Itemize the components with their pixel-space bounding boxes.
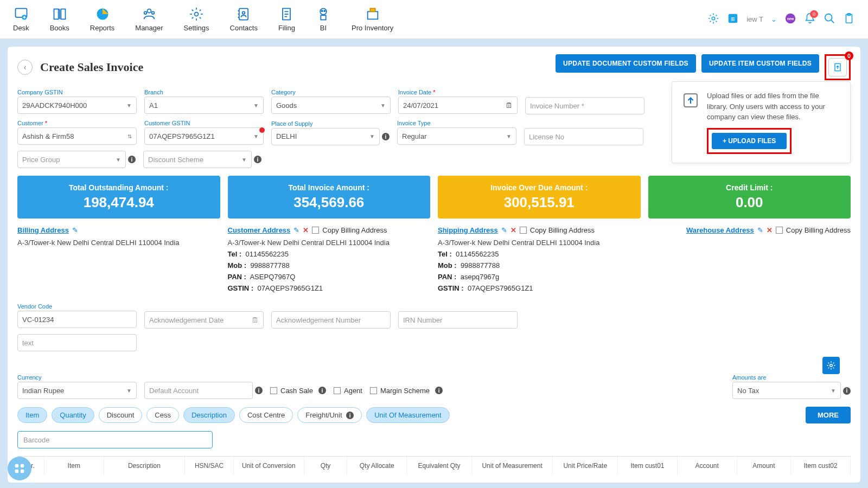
delete-icon[interactable]: ✕ (767, 226, 773, 234)
category-field[interactable]: CategoryGoods▼ (271, 89, 391, 114)
discount-scheme-field[interactable]: Discount Scheme▼ (143, 151, 252, 168)
more-button[interactable]: MORE (806, 407, 851, 423)
copy-billing-checkbox[interactable] (776, 227, 783, 234)
copy-billing-checkbox[interactable] (312, 227, 319, 234)
shipping-address-link[interactable]: Shipping Address (438, 226, 498, 234)
nav-books[interactable]: Books (50, 7, 69, 32)
update-doc-cf-button[interactable]: UPDATE DOCUMENT CUSTOM FIELDS (556, 54, 696, 73)
col-header: Description (104, 457, 186, 475)
place-of-supply-field[interactable]: Place of SupplyDELHI▼ (271, 120, 380, 145)
svg-point-3 (147, 9, 151, 13)
text-field[interactable]: text (17, 334, 137, 351)
svg-rect-28 (21, 464, 24, 467)
customer-gstin-field[interactable]: Customer GSTIN07AQEPS7965G1Z1▼ (144, 120, 264, 145)
nav-settings[interactable]: Settings (184, 7, 209, 32)
edit-icon[interactable]: ✎ (501, 226, 507, 234)
amounts-are-field[interactable]: Amounts areNo Tax▼ (732, 374, 841, 399)
chevron-down-icon: ▼ (126, 102, 132, 108)
nav-items: Desk Books Reports Manager Settings Cont… (13, 7, 393, 32)
customer-address-link[interactable]: Customer Address (228, 226, 291, 234)
chevron-down-icon: ▼ (116, 157, 121, 163)
info-icon[interactable]: i (254, 156, 261, 163)
svg-rect-15 (370, 9, 375, 12)
branch-field[interactable]: BranchA1▼ (144, 89, 264, 114)
margin-scheme-checkbox[interactable]: Margin Schemei (370, 382, 443, 399)
info-icon[interactable]: i (435, 387, 443, 394)
invoice-number-field[interactable]: Invoice Number * (525, 97, 644, 114)
price-group-field[interactable]: Price Group▼ (17, 151, 126, 168)
info-icon[interactable]: i (318, 387, 326, 394)
invoice-date-field[interactable]: Invoice Date24/07/2021🗓 (398, 89, 518, 114)
nav-bi[interactable]: BI (316, 7, 331, 32)
nav-label: Settings (184, 24, 209, 32)
ack-number-field[interactable]: Acknowledgement Number (271, 311, 391, 329)
pill-cost-centre[interactable]: Cost Centre (239, 407, 293, 423)
edit-icon[interactable]: ✎ (72, 226, 78, 234)
nav-label: Books (50, 24, 69, 32)
nav-right: ⊞ iew T ⌄ new 0 (707, 12, 855, 26)
nav-contacts[interactable]: Contacts (230, 7, 258, 32)
clipboard-icon[interactable] (843, 12, 855, 26)
col-header: HSN/SAC (185, 457, 234, 475)
delete-icon[interactable]: ✕ (510, 226, 516, 234)
info-icon[interactable]: i (346, 412, 354, 419)
cash-sale-checkbox[interactable]: Cash Salei (270, 382, 326, 399)
info-icon[interactable]: i (382, 133, 390, 140)
pill-quantity[interactable]: Quantity (52, 407, 94, 423)
nav-inventory[interactable]: Pro Inventory (352, 7, 393, 32)
pill-cess[interactable]: Cess (146, 407, 179, 423)
info-icon[interactable]: i (255, 387, 263, 394)
attachment-button[interactable]: 0 (825, 54, 851, 80)
chevron-down-icon: ▼ (253, 133, 259, 139)
pill-item[interactable]: Item (17, 407, 47, 423)
svg-rect-29 (15, 470, 18, 473)
apps-launcher-button[interactable] (8, 457, 31, 480)
pill-description[interactable]: Description (183, 407, 235, 423)
delete-icon[interactable]: ✕ (303, 226, 309, 234)
ack-date-field[interactable]: Acknowledgement Date🗓 (144, 311, 264, 329)
items-table: Sr.ItemDescriptionHSN/SACUnit of Convers… (17, 456, 851, 475)
vendor-code-field[interactable]: Vendor CodeVC-01234 (17, 303, 137, 329)
pill-discount[interactable]: Discount (99, 407, 143, 423)
tenant-dropdown-icon[interactable]: ⌄ (771, 15, 777, 23)
pill-freight-unit[interactable]: Freight/Unit i (297, 407, 362, 423)
upload-files-wrap: + UPLOAD FILES (707, 128, 792, 154)
billing-address-link[interactable]: Billing Address (17, 226, 69, 234)
nav-manager[interactable]: Manager (135, 7, 163, 32)
nav-desk[interactable]: Desk (13, 7, 29, 32)
nav-reports[interactable]: Reports (90, 7, 115, 32)
nav-filing[interactable]: Filing (278, 7, 295, 32)
agent-checkbox[interactable]: Agent (334, 382, 362, 399)
upload-files-button[interactable]: + UPLOAD FILES (712, 133, 787, 149)
customer-field[interactable]: CustomerAshish & Firm58⇅ (17, 120, 137, 145)
edit-icon[interactable]: ✎ (757, 226, 763, 234)
copy-billing-checkbox[interactable] (520, 227, 527, 234)
tenant-label: iew T (746, 15, 763, 23)
irn-number-field[interactable]: IRN Number (398, 311, 518, 329)
new-badge-icon[interactable]: new (784, 12, 796, 26)
back-button[interactable]: ‹ (17, 60, 33, 75)
svg-point-12 (321, 10, 322, 11)
currency-field[interactable]: CurrencyIndian Rupee▼ (17, 374, 137, 399)
pill-unit-of-measurement[interactable]: Unit Of Measurement (366, 407, 450, 423)
search-icon[interactable] (824, 12, 835, 26)
update-item-cf-button[interactable]: UPDATE ITEM CUSTOM FIELDS (701, 54, 819, 73)
default-account-field[interactable]: Default Account (144, 382, 253, 399)
info-icon[interactable]: i (843, 387, 851, 395)
calc-icon[interactable]: ⊞ (727, 12, 739, 26)
table-settings-button[interactable] (822, 357, 840, 374)
company-gstin-field[interactable]: Company GSTIN29AADCK7940H000▼ (17, 89, 137, 114)
svg-point-13 (324, 10, 325, 11)
barcode-input[interactable]: Barcode (17, 431, 213, 448)
invoice-type-field[interactable]: Invoice TypeRegular▼ (397, 120, 516, 145)
nav-label: Contacts (230, 24, 258, 32)
notification-icon[interactable]: 0 (804, 12, 816, 26)
col-header: Unit of Measurement (472, 457, 553, 475)
settings-gear-icon[interactable] (707, 12, 719, 26)
edit-icon[interactable]: ✎ (293, 226, 299, 234)
info-icon[interactable]: i (128, 156, 136, 163)
warehouse-address-link[interactable]: Warehouse Address (686, 226, 754, 234)
chevron-down-icon: ▼ (831, 388, 836, 394)
alert-dot-icon (259, 127, 265, 133)
license-field[interactable]: License No (524, 128, 643, 145)
